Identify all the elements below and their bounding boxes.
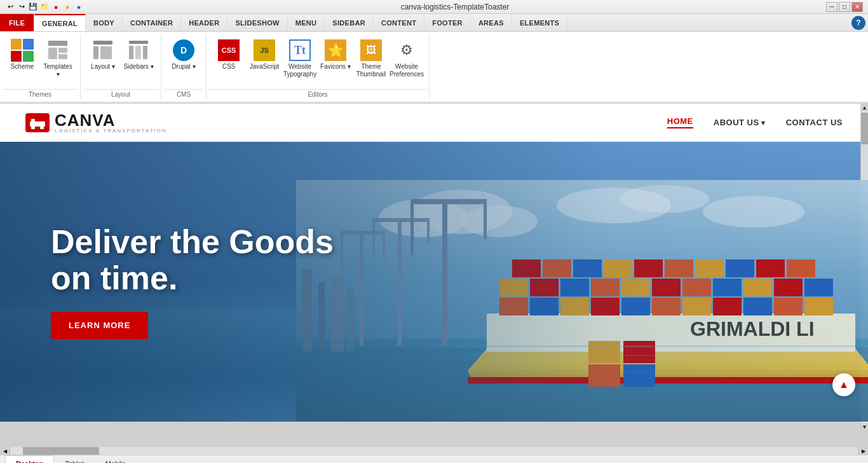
javascript-button[interactable]: JS JavaScript [247,36,281,74]
sidebars-icon [127,39,150,62]
tab-tablet[interactable]: Tablet [54,455,94,463]
browser2-icon[interactable]: ● [62,2,72,12]
scroll-up-arrow[interactable]: ▲ [861,104,868,111]
ribbon-content: Scheme Templates ▾ Themes [0,32,868,103]
tab-content[interactable]: CONTENT [374,14,424,31]
scroll-thumb[interactable] [861,113,868,144]
svg-rect-0 [48,41,67,46]
minimize-button[interactable]: ─ [826,2,837,12]
typography-icon: Tt [288,39,311,62]
thumbnail-label: ThemeThumbnail [356,63,386,78]
favicons-label: Favicons ▾ [320,63,351,71]
thumbnail-icon: 🖼 [360,39,383,62]
scroll-right-arrow[interactable]: ▶ [858,447,868,455]
javascript-icon: JS [253,39,276,62]
sidebars-button[interactable]: Sidebars ▾ [121,36,156,74]
hero-content: Deliver the Goods on time. LEARN MORE [51,224,334,339]
javascript-label: JavaScript [250,63,280,71]
themes-group-label: Themes [3,89,78,99]
tab-sidebar[interactable]: SIDEBAR [325,14,374,31]
folder-icon[interactable]: 📁 [39,2,50,12]
logo-icon [25,113,50,132]
drupal-button[interactable]: D Drupal ▾ [166,36,201,74]
svg-rect-4 [93,41,112,45]
ribbon-group-editors: CSS CSS JS JavaScript Tt WebsiteTypograp… [207,34,430,99]
horizontal-scrollbar[interactable]: ◀ ▶ [0,447,868,455]
tab-header[interactable]: HEADER [181,14,227,31]
maximize-button[interactable]: □ [839,2,850,12]
svg-rect-2 [58,48,67,53]
typography-label: WebsiteTypography [283,63,316,78]
svg-rect-8 [129,46,133,59]
layout-icon [92,39,114,62]
templates-button[interactable]: Templates ▾ [41,36,75,81]
back-to-top-button[interactable]: ▲ [832,373,855,396]
ribbon-group-cms: D Drupal ▾ CMS [161,34,207,99]
help-button[interactable]: ? [851,16,865,30]
nav-about[interactable]: ABOUT US [714,118,766,127]
undo-icon[interactable]: ↩ [5,2,15,12]
tab-body[interactable]: BODY [86,14,123,31]
browser3-icon[interactable]: ● [74,2,84,12]
site-nav: CANVA LOGISTICS & TRANSPORTATION HOME AB… [0,104,868,142]
save-icon[interactable]: 💾 [28,2,38,12]
tab-desktop[interactable]: Desktop [5,455,54,463]
svg-rect-10 [143,46,147,59]
svg-rect-5 [93,46,98,59]
layout-group-label: Layout [83,89,158,99]
cms-group-label: CMS [164,89,203,99]
ribbon-group-themes: Scheme Templates ▾ Themes [0,34,81,99]
scroll-left-arrow[interactable]: ◀ [0,447,10,455]
favicons-button[interactable]: ⭐ Favicons ▾ [318,36,353,74]
css-label: CSS [222,63,236,71]
layout-label: Layout ▾ [91,63,115,71]
tab-general[interactable]: GENERAL [34,14,86,31]
scheme-button[interactable]: Scheme [5,36,39,74]
svg-rect-3 [58,54,67,59]
close-button[interactable]: ✕ [851,2,863,12]
hero-section: GRIMALDI LI [0,142,868,422]
hero-cta-button[interactable]: LEARN MORE [51,312,148,340]
hero-title: Deliver the Goods on time. [51,224,334,296]
tab-slideshow[interactable]: SLIDESHOW [227,14,287,31]
nav-home[interactable]: HOME [667,116,693,128]
tab-menu[interactable]: MENU [288,14,325,31]
window-controls: ─ □ ✕ [826,2,863,12]
h-scroll-thumb[interactable] [23,447,99,455]
scroll-down-arrow[interactable]: ▼ [861,423,868,431]
ribbon: FILE GENERAL BODY CONTAINER HEADER SLIDE… [0,14,868,104]
nav-contact[interactable]: CONTACT US [786,118,843,127]
svg-rect-1 [48,48,57,59]
tab-areas[interactable]: AREAS [471,14,512,31]
scheme-label: Scheme [11,63,34,71]
title-bar: ↩ ↪ 💾 📁 ● ● ● canva-logistics-TemplateTo… [0,0,868,14]
theme-thumbnail-button[interactable]: 🖼 ThemeThumbnail [354,36,388,81]
tab-footer[interactable]: FOOTER [424,14,471,31]
ribbon-tabs: FILE GENERAL BODY CONTAINER HEADER SLIDE… [0,14,868,32]
title-bar-left: ↩ ↪ 💾 📁 ● ● ● [5,2,84,12]
templates-label: Templates ▾ [43,63,73,78]
favicons-icon: ⭐ [324,39,347,62]
tab-container[interactable]: CONTAINER [123,14,181,31]
browser1-icon[interactable]: ● [51,2,61,12]
svg-rect-12 [31,119,35,123]
tab-elements[interactable]: ELEMENTS [512,14,567,31]
logo-main-text: CANVA [55,112,167,128]
layout-button[interactable]: Layout ▾ [86,36,120,74]
preview-wrapper: CANVA LOGISTICS & TRANSPORTATION HOME AB… [0,104,868,447]
drupal-label: Drupal ▾ [172,63,195,71]
css-button[interactable]: CSS CSS [212,36,246,74]
website-typography-button[interactable]: Tt WebsiteTypography [283,36,317,81]
tab-file[interactable]: FILE [0,14,34,31]
sidebars-label: Sidebars ▾ [123,63,153,71]
site-preview: CANVA LOGISTICS & TRANSPORTATION HOME AB… [0,104,868,422]
redo-icon[interactable]: ↪ [17,2,27,12]
logo-sub-text: LOGISTICS & TRANSPORTATION [55,128,167,134]
css-icon: CSS [217,39,240,62]
preferences-icon: ⚙ [395,39,418,62]
site-nav-links: HOME ABOUT US CONTACT US [667,116,843,128]
website-preferences-button[interactable]: ⚙ WebsitePreferences [390,36,424,81]
tab-mobile[interactable]: Mobile [95,455,137,463]
drupal-icon: D [172,39,195,62]
status-bar: Desktop Tablet Mobile [0,455,868,463]
